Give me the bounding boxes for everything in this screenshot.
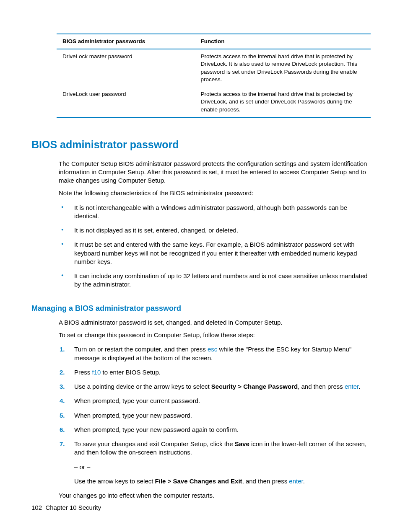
- subsection-paragraph-2: To set or change this password in Comput…: [59, 331, 371, 339]
- keyboard-key: enter: [345, 383, 358, 390]
- password-name-cell: DriveLock master password: [57, 49, 195, 87]
- step-text: Press: [74, 369, 92, 376]
- step-text: To save your changes and exit Computer S…: [74, 440, 235, 447]
- step-text: , and then press: [242, 478, 289, 485]
- step-item: To save your changes and exit Computer S…: [59, 440, 371, 486]
- step-text: .: [358, 383, 360, 390]
- step-text: .: [303, 478, 305, 485]
- list-item: It can include any combination of up to …: [59, 272, 371, 289]
- characteristics-list: It is not interchangeable with a Windows…: [59, 204, 371, 289]
- keyboard-key: f10: [92, 369, 101, 376]
- password-function-cell: Protects access to the internal hard dri…: [195, 49, 371, 87]
- keyboard-key: enter: [289, 478, 303, 485]
- intro-paragraph-1: The Computer Setup BIOS administrator pa…: [59, 160, 371, 185]
- step-alternative: Use the arrow keys to select File > Save…: [74, 477, 371, 486]
- step-text: Use the arrow keys to select: [74, 478, 155, 485]
- closing-paragraph: Your changes go into effect when the com…: [59, 491, 371, 500]
- ui-label: Save: [235, 440, 249, 447]
- table-header-function: Function: [195, 34, 371, 49]
- chapter-label: Chapter 10 Security: [45, 504, 101, 511]
- list-item: It is not interchangeable with a Windows…: [59, 204, 371, 221]
- step-item: Press f10 to enter BIOS Setup.: [59, 368, 371, 377]
- list-item: It is not displayed as it is set, entere…: [59, 226, 371, 235]
- menu-path: File > Save Changes and Exit: [155, 478, 242, 485]
- list-item: It must be set and entered with the same…: [59, 240, 371, 266]
- step-item: Use a pointing device or the arrow keys …: [59, 382, 371, 391]
- intro-paragraph-2: Note the following characteristics of th…: [59, 189, 371, 197]
- step-text: to enter BIOS Setup.: [101, 369, 161, 376]
- step-item: Turn on or restart the computer, and the…: [59, 345, 371, 362]
- step-text: Turn on or restart the computer, and the…: [74, 346, 208, 353]
- step-item: When prompted, type your new password ag…: [59, 426, 371, 434]
- table-row: DriveLock user password Protects access …: [57, 87, 371, 117]
- step-text: Use a pointing device or the arrow keys …: [74, 383, 211, 390]
- step-item: When prompted, type your current passwor…: [59, 397, 371, 405]
- subsection-heading: Managing a BIOS administrator password: [31, 303, 371, 313]
- keyboard-key: esc: [208, 346, 217, 353]
- password-function-cell: Protects access to the internal hard dri…: [195, 87, 371, 117]
- menu-path: Security > Change Password: [211, 383, 298, 390]
- page-footer: 102 Chapter 10 Security: [31, 504, 101, 512]
- page-number: 102: [31, 504, 42, 511]
- step-text: , and then press: [298, 383, 345, 390]
- step-alternative-separator: – or –: [74, 463, 371, 471]
- subsection-paragraph-1: A BIOS administrator password is set, ch…: [59, 318, 371, 327]
- section-heading: BIOS administrator password: [31, 138, 371, 152]
- passwords-table: BIOS administrator passwords Function Dr…: [57, 34, 371, 118]
- step-item: When prompted, type your new password.: [59, 411, 371, 420]
- steps-list: Turn on or restart the computer, and the…: [59, 345, 371, 486]
- password-name-cell: DriveLock user password: [57, 87, 195, 117]
- table-header-passwords: BIOS administrator passwords: [57, 34, 195, 49]
- table-row: DriveLock master password Protects acces…: [57, 49, 371, 87]
